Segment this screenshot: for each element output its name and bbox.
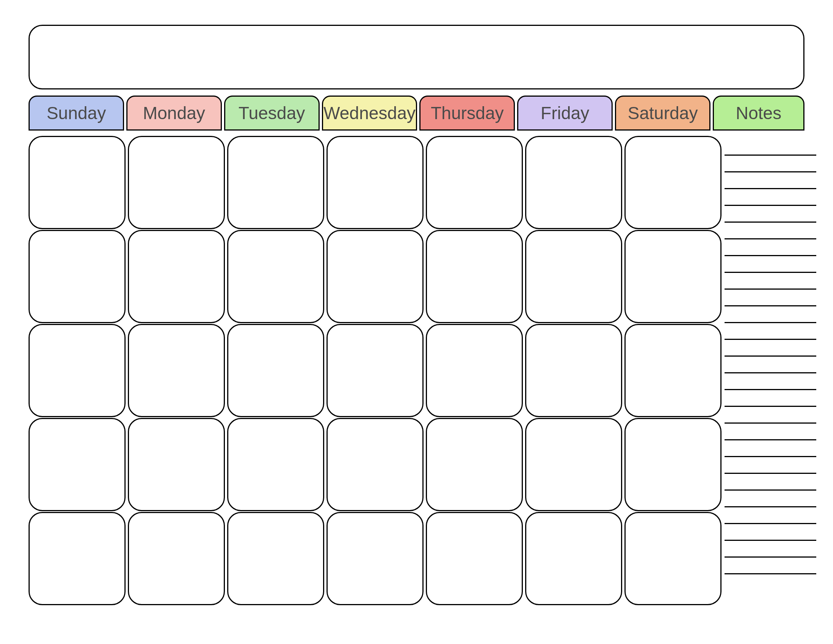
notes-line[interactable] <box>725 357 816 374</box>
calendar-day-cell[interactable] <box>128 418 225 511</box>
calendar-day-cell[interactable] <box>426 324 523 417</box>
notes-line[interactable] <box>725 172 816 189</box>
notes-line[interactable] <box>725 290 816 306</box>
notes-line[interactable] <box>725 407 816 423</box>
notes-line[interactable] <box>725 374 816 390</box>
notes-line[interactable] <box>725 507 816 524</box>
calendar-week-row <box>29 136 724 230</box>
notes-line[interactable] <box>725 323 816 340</box>
calendar-day-cell[interactable] <box>525 324 622 417</box>
notes-label: Notes <box>713 95 804 130</box>
notes-line[interactable] <box>725 306 816 323</box>
notes-line[interactable] <box>725 390 816 407</box>
calendar-day-cell[interactable] <box>326 512 423 605</box>
calendar-day-cell[interactable] <box>525 512 622 605</box>
calendar-week-row <box>29 324 724 418</box>
notes-line[interactable] <box>725 189 816 206</box>
notes-line[interactable] <box>725 541 816 558</box>
weekday-header-row: SundayMondayTuesdayWednesdayThursdayFrid… <box>29 95 804 130</box>
calendar-day-cell[interactable] <box>326 418 423 511</box>
calendar-day-cell[interactable] <box>624 136 722 229</box>
weekday-label-monday: Monday <box>126 95 222 130</box>
calendar-day-cell[interactable] <box>128 136 225 229</box>
calendar-day-cell[interactable] <box>326 136 423 229</box>
calendar-day-cell[interactable] <box>227 418 324 511</box>
calendar-day-cell[interactable] <box>624 230 722 323</box>
calendar-day-cell[interactable] <box>227 324 324 417</box>
calendar-day-cell[interactable] <box>29 512 125 605</box>
calendar-day-cell[interactable] <box>624 324 722 417</box>
notes-line[interactable] <box>725 256 816 273</box>
calendar-week-row <box>29 418 724 512</box>
calendar-day-cell[interactable] <box>426 512 523 605</box>
notes-line[interactable] <box>725 240 816 256</box>
calendar-day-cell[interactable] <box>227 230 324 323</box>
notes-line[interactable] <box>725 524 816 541</box>
calendar-day-cell[interactable] <box>326 230 423 323</box>
calendar-day-cell[interactable] <box>426 230 523 323</box>
calendar-week-row <box>29 512 724 606</box>
calendar-day-cell[interactable] <box>227 136 324 229</box>
notes-line[interactable] <box>725 457 816 474</box>
weekday-label-tuesday: Tuesday <box>224 95 320 130</box>
calendar-day-cell[interactable] <box>326 324 423 417</box>
notes-column[interactable] <box>724 136 817 606</box>
calendar-day-cell[interactable] <box>128 512 225 605</box>
calendar-day-cell[interactable] <box>128 230 225 323</box>
notes-line[interactable] <box>725 440 816 457</box>
weekday-label-sunday: Sunday <box>29 95 124 130</box>
calendar-day-cell[interactable] <box>624 418 722 511</box>
calendar-day-cell[interactable] <box>128 324 225 417</box>
calendar-day-cell[interactable] <box>29 230 125 323</box>
weekday-label-friday: Friday <box>517 95 613 130</box>
calendar-day-cell[interactable] <box>525 418 622 511</box>
notes-line[interactable] <box>725 223 816 240</box>
notes-line[interactable] <box>725 474 816 491</box>
notes-line[interactable] <box>725 340 816 357</box>
calendar-day-cell[interactable] <box>29 418 125 511</box>
notes-line[interactable] <box>725 273 816 290</box>
calendar-day-cell[interactable] <box>624 512 722 605</box>
weekday-label-wednesday: Wednesday <box>322 95 417 130</box>
notes-line[interactable] <box>725 156 816 172</box>
calendar-day-cell[interactable] <box>426 136 523 229</box>
weekday-label-saturday: Saturday <box>615 95 711 130</box>
calendar-title-bar[interactable] <box>29 25 804 89</box>
notes-line[interactable] <box>725 558 816 574</box>
calendar-grid <box>29 136 724 606</box>
calendar-body <box>29 136 804 606</box>
calendar-day-cell[interactable] <box>426 418 523 511</box>
calendar-day-cell[interactable] <box>29 136 125 229</box>
calendar-week-row <box>29 230 724 324</box>
calendar-day-cell[interactable] <box>525 230 622 323</box>
notes-line[interactable] <box>725 491 816 507</box>
weekday-label-thursday: Thursday <box>419 95 515 130</box>
calendar-day-cell[interactable] <box>227 512 324 605</box>
notes-line[interactable] <box>725 206 816 223</box>
notes-line[interactable] <box>725 423 816 440</box>
calendar-day-cell[interactable] <box>525 136 622 229</box>
notes-line[interactable] <box>725 139 816 156</box>
calendar-day-cell[interactable] <box>29 324 125 417</box>
